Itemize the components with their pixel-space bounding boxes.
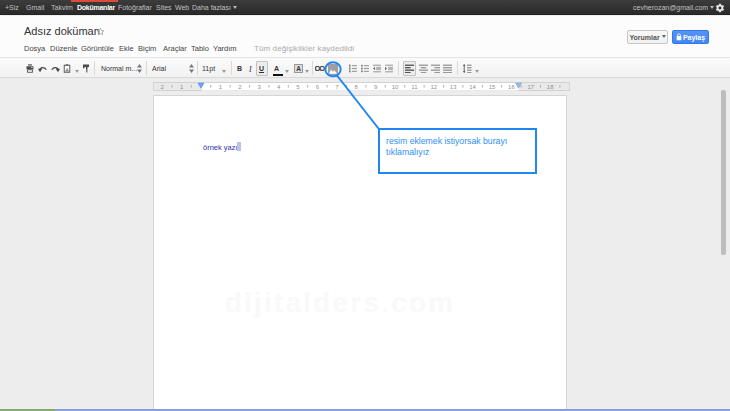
svg-text:18: 18 (547, 84, 554, 90)
